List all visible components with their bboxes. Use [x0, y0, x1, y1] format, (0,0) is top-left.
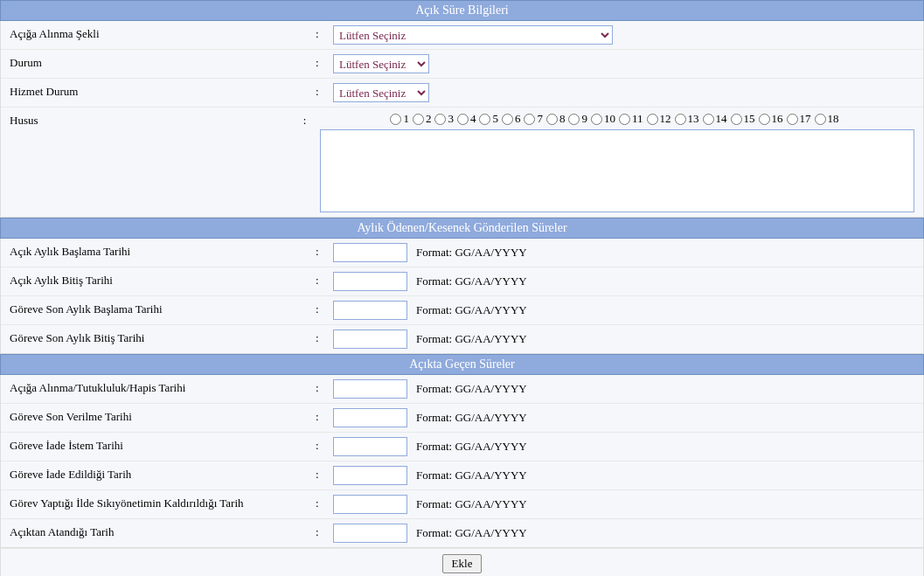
husus-radio-item-16[interactable]: 16 [759, 112, 783, 126]
husus-radio-label: 4 [470, 112, 476, 126]
husus-radio-5[interactable] [479, 114, 490, 125]
label-aciga-alinma-tutukluluk-hapis: Açığa Alınma/Tutukluluk/Hapis Tarihi [1, 379, 316, 397]
husus-radio-label: 17 [800, 112, 811, 126]
husus-radio-label: 12 [660, 112, 671, 126]
husus-radio-label: 13 [688, 112, 699, 126]
input-goreve-iade-istem[interactable] [333, 437, 407, 456]
husus-radio-9[interactable] [568, 114, 580, 125]
husus-radio-item-13[interactable]: 13 [675, 112, 699, 126]
husus-radio-13[interactable] [675, 114, 686, 125]
husus-radio-6[interactable] [502, 114, 513, 125]
input-sikiyonetim[interactable] [333, 495, 407, 514]
husus-radio-16[interactable] [759, 114, 770, 125]
format-hint: Format: GG/AA/YYYY [416, 246, 527, 260]
husus-radio-10[interactable] [591, 114, 602, 125]
husus-radio-item-7[interactable]: 7 [524, 112, 543, 126]
husus-radio-label: 9 [581, 112, 587, 126]
husus-radio-4[interactable] [457, 114, 469, 125]
select-durum[interactable]: Lütfen Seçiniz [333, 54, 429, 73]
husus-radio-7[interactable] [524, 114, 535, 125]
husus-radio-17[interactable] [787, 114, 798, 125]
label-acik-aylik-bitis: Açık Aylık Bitiş Tarihi [1, 272, 316, 289]
husus-radio-8[interactable] [546, 114, 558, 125]
husus-radio-item-5[interactable]: 5 [479, 112, 498, 126]
input-goreve-iade-edildigi[interactable] [333, 466, 407, 485]
husus-radio-item-8[interactable]: 8 [546, 112, 566, 126]
format-hint: Format: GG/AA/YYYY [416, 526, 527, 540]
input-aciga-alinma-tutukluluk-hapis[interactable] [333, 379, 407, 399]
husus-radio-label: 3 [448, 112, 454, 126]
husus-radio-label: 18 [828, 112, 839, 126]
husus-radio-label: 10 [604, 112, 615, 126]
label-goreve-son-verilme: Göreve Son Verilme Tarihi [1, 408, 316, 426]
husus-radio-item-9[interactable]: 9 [568, 112, 587, 126]
label-acik-aylik-baslama: Açık Aylık Başlama Tarihi [1, 243, 316, 260]
husus-radio-item-12[interactable]: 12 [647, 112, 671, 126]
husus-radio-14[interactable] [703, 114, 714, 125]
husus-textarea[interactable] [320, 129, 914, 212]
husus-radio-item-11[interactable]: 11 [619, 112, 643, 126]
husus-radio-18[interactable] [815, 114, 826, 125]
husus-radio-label: 11 [632, 112, 643, 126]
husus-radio-item-14[interactable]: 14 [703, 112, 727, 126]
husus-radio-label: 14 [716, 112, 727, 126]
input-goreve-son-verilme[interactable] [333, 408, 407, 427]
format-hint: Format: GG/AA/YYYY [416, 382, 527, 396]
format-hint: Format: GG/AA/YYYY [416, 274, 527, 288]
husus-radio-label: 7 [537, 112, 543, 126]
format-hint: Format: GG/AA/YYYY [416, 303, 527, 317]
format-hint: Format: GG/AA/YYYY [416, 468, 527, 482]
input-acik-aylik-bitis[interactable] [333, 272, 407, 291]
husus-radio-label: 1 [403, 112, 409, 126]
husus-radio-2[interactable] [413, 114, 424, 125]
label-durum: Durum [1, 54, 316, 72]
label-goreve-iade-edildigi: Göreve İade Edildiği Tarih [1, 466, 316, 483]
husus-radio-label: 6 [515, 112, 521, 126]
input-aciktan-atandigi[interactable] [333, 524, 407, 543]
section-header-aylik-odenen: Aylık Ödenen/Kesenek Gönderilen Süreler [0, 218, 924, 239]
husus-radio-item-3[interactable]: 3 [434, 112, 454, 126]
label-hizmet-durum: Hizmet Durum [1, 83, 316, 101]
format-hint: Format: GG/AA/YYYY [416, 440, 527, 454]
select-hizmet-durum[interactable]: Lütfen Seçiniz [333, 83, 429, 102]
label-sikiyonetim: Görev Yaptığı İlde Sıkıyönetimin Kaldırı… [1, 495, 316, 512]
format-hint: Format: GG/AA/YYYY [416, 411, 527, 425]
husus-radio-15[interactable] [731, 114, 742, 125]
husus-radio-11[interactable] [619, 114, 630, 125]
husus-radio-12[interactable] [647, 114, 658, 125]
husus-radio-label: 16 [772, 112, 783, 126]
label-goreve-iade-istem: Göreve İade İstem Tarihi [1, 437, 316, 455]
husus-radio-item-15[interactable]: 15 [731, 112, 755, 126]
husus-radio-group: 123456789101112131415161718 [390, 112, 844, 126]
section-header-sure-bilgileri: Açık Süre Bilgileri [0, 0, 924, 21]
husus-radio-item-10[interactable]: 10 [591, 112, 615, 126]
husus-radio-item-6[interactable]: 6 [502, 112, 521, 126]
input-acik-aylik-baslama[interactable] [333, 243, 407, 262]
input-goreve-son-aylik-bitis[interactable] [333, 330, 407, 349]
label-goreve-son-aylik-baslama: Göreve Son Aylık Başlama Tarihi [1, 301, 316, 318]
section-header-acikta-gecen: Açıkta Geçen Süreler [0, 354, 924, 375]
husus-radio-3[interactable] [434, 114, 446, 125]
husus-radio-label: 5 [492, 112, 498, 126]
husus-radio-item-17[interactable]: 17 [787, 112, 811, 126]
husus-radio-item-4[interactable]: 4 [457, 112, 476, 126]
label-aciga-alinma-sekli: Açığa Alınma Şekli [1, 25, 316, 43]
ekle-button[interactable]: Ekle [442, 554, 483, 573]
husus-radio-label: 15 [744, 112, 755, 126]
label-husus: Husus [1, 112, 303, 129]
format-hint: Format: GG/AA/YYYY [416, 332, 527, 346]
label-aciktan-atandigi: Açıktan Atandığı Tarih [1, 524, 316, 541]
label-goreve-son-aylik-bitis: Göreve Son Aylık Bitiş Tarihi [1, 330, 316, 347]
husus-radio-item-2[interactable]: 2 [413, 112, 432, 126]
husus-radio-1[interactable] [390, 114, 401, 125]
husus-radio-label: 2 [426, 112, 432, 126]
husus-radio-item-1[interactable]: 1 [390, 112, 409, 126]
input-goreve-son-aylik-baslama[interactable] [333, 301, 407, 320]
select-aciga-alinma-sekli[interactable]: Lütfen Seçiniz [333, 25, 613, 45]
husus-radio-item-18[interactable]: 18 [815, 112, 839, 126]
format-hint: Format: GG/AA/YYYY [416, 497, 527, 511]
husus-radio-label: 8 [559, 112, 566, 126]
